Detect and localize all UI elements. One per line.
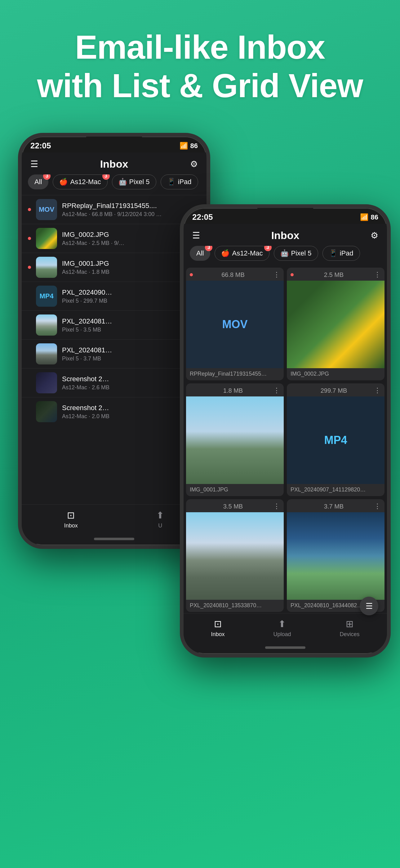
grid-header-4: 3.5 MB ⋮ [186,499,284,512]
grid-more-5[interactable]: ⋮ [374,502,381,510]
grid-more-0[interactable]: ⋮ [273,271,280,279]
bottom-tab-bar-back: ⊡ Inbox ⬆ U [22,504,206,538]
hero-title: Email-like Inbox with List & Grid View [0,28,400,105]
tab-as12-back[interactable]: 🍎 As12-Mac 3 [53,175,107,189]
item-thumb-5 [36,343,57,365]
grid-item-3[interactable]: 299.7 MB ⋮ MP4 PXL_20240907_141129820… [287,383,385,496]
tab-ipad-label-front: iPad [340,249,354,257]
tab-pixel-back[interactable]: 🤖 Pixel 5 [112,175,156,189]
item-meta-0: As12-Mac · 66.8 MB · 9/12/2024 3:00 … [62,211,189,218]
tab-as12-front[interactable]: 🍎 As12-Mac 3 [214,246,269,261]
tab-pixel-label-back: Pixel 5 [129,178,150,186]
tab-all-front[interactable]: All 3 [190,246,210,261]
gear-icon-back[interactable]: ⚙ [190,159,198,169]
item-info-6: Screenshot 2… As12-Mac · 2.6 MB [62,375,189,391]
tab-as12-badge-back: 3 [102,175,110,180]
status-icons-back: 📶 86 [179,142,198,150]
inbox-icon-front: ⊡ [214,618,222,629]
gear-icon-front[interactable]: ⚙ [371,230,378,241]
tab-devices-front[interactable]: ⊞ Devices [339,618,359,638]
grid-thumb-0: MOV [186,281,284,368]
item-name-6: Screenshot 2… [62,375,189,383]
grid-size-5: 3.7 MB [324,503,343,510]
grid-item-5[interactable]: 3.7 MB ⋮ PXL_20240810_16344082… [287,499,385,612]
tab-as12-badge-front: 3 [264,246,272,251]
item-name-5: PXL_2024081… [62,346,189,354]
grid-more-3[interactable]: ⋮ [374,386,381,395]
item-thumb-4 [36,314,57,336]
grid-item-1[interactable]: 2.5 MB ⋮ IMG_0002.JPG [287,268,385,380]
grid-size-1: 2.5 MB [324,271,343,278]
grid-item-0[interactable]: 66.8 MB ⋮ MOV RPReplay_Final1719315455… [186,268,284,380]
tab-ipad-icon-front: 📱 [329,249,337,257]
menu-icon-front[interactable]: ☰ [192,230,200,241]
grid-header-2: 1.8 MB ⋮ [186,383,284,397]
list-item-1[interactable]: IMG_0002.JPG As12-Mac · 2.5 MB · 9/… ··· [22,224,206,253]
tab-inbox-back[interactable]: ⊡ Inbox [64,510,78,529]
upload-icon-back: ⬆ [156,510,164,521]
home-indicator-back [94,538,134,540]
tab-all-label-back: All [34,178,42,186]
item-meta-4: Pixel 5 · 3.5 MB [62,327,189,333]
tab-upload-back[interactable]: ⬆ U [156,510,164,529]
list-item-3[interactable]: MP4 PXL_2024090… Pixel 5 · 299.7 MB ··· [22,282,206,310]
tab-inbox-front[interactable]: ⊡ Inbox [211,618,225,638]
list-item-6[interactable]: Screenshot 2… As12-Mac · 2.6 MB ··· [22,368,206,397]
tab-all-badge-back: 3 [43,175,51,180]
phone-front: 22:05 📶 86 ☰ Inbox ⚙ All 3 🍎 [180,204,391,657]
list-item-7[interactable]: Screenshot 2… As12-Mac · 2.0 MB ··· [22,397,206,426]
status-icons-front: 📶 86 [360,213,378,221]
item-meta-5: Pixel 5 · 3.7 MB [62,355,189,362]
tab-all-badge-front: 3 [205,246,212,251]
notch-back [86,136,142,148]
fab-list-button[interactable]: ☰ [360,597,378,615]
grid-more-1[interactable]: ⋮ [374,271,381,279]
item-info-7: Screenshot 2… As12-Mac · 2.0 MB [62,404,189,420]
tab-ipad-icon-back: 📱 [167,178,175,186]
grid-more-2[interactable]: ⋮ [273,386,280,395]
item-meta-2: As12-Mac · 1.8 MB [62,269,189,275]
tab-pixel-front[interactable]: 🤖 Pixel 5 [274,246,318,261]
inbox-icon-back: ⊡ [67,510,75,521]
item-meta-7: As12-Mac · 2.0 MB [62,413,189,420]
devices-icon-front: ⊞ [346,618,354,629]
inbox-label-front: Inbox [211,631,225,638]
tab-ipad-front[interactable]: 📱 iPad [323,246,360,261]
list-item-5[interactable]: PXL_2024081… Pixel 5 · 3.7 MB ··· [22,339,206,368]
grid-thumb-1 [287,281,385,368]
tab-ipad-label-back: iPad [178,178,192,186]
wifi-icon-front: 📶 [360,213,368,221]
home-indicator-front [265,646,305,649]
grid-dot-0 [190,273,193,276]
upload-label-back: U [158,523,162,529]
unread-dot-0 [28,208,31,211]
tab-ipad-back[interactable]: 📱 iPad [161,175,198,189]
list-item-4[interactable]: PXL_2024081… Pixel 5 · 3.5 MB ··· [22,310,206,339]
battery-front: 86 [371,213,378,221]
item-name-7: Screenshot 2… [62,404,189,412]
grid-thumb-3: MP4 [287,397,385,484]
app-title-front: Inbox [271,229,300,242]
bottom-tab-bar-front: ⊡ Inbox ⬆ Upload ⊞ Devices [184,613,387,646]
tab-pixel-icon-front: 🤖 [280,249,289,257]
item-thumb-7 [36,401,57,422]
item-thumb-2 [36,257,57,278]
grid-more-4[interactable]: ⋮ [273,502,280,510]
grid-item-2[interactable]: 1.8 MB ⋮ IMG_0001.JPG [186,383,284,496]
tab-all-back[interactable]: All 3 [28,175,48,189]
item-name-4: PXL_2024081… [62,317,189,326]
tab-as12-label-front: As12-Mac [232,249,263,257]
grid-header-0: 66.8 MB ⋮ [186,268,284,281]
grid-header-3: 299.7 MB ⋮ [287,383,385,397]
list-item-2[interactable]: IMG_0001.JPG As12-Mac · 1.8 MB ··· [22,253,206,282]
tab-upload-front[interactable]: ⬆ Upload [273,618,291,638]
notch-front [257,208,313,219]
grid-header-1: 2.5 MB ⋮ [287,268,385,281]
tab-pixel-label-front: Pixel 5 [291,249,312,257]
menu-icon-back[interactable]: ☰ [30,159,38,169]
grid-size-4: 3.5 MB [223,503,243,510]
grid-item-4[interactable]: 3.5 MB ⋮ PXL_20240810_13533870… [186,499,284,612]
grid-size-3: 299.7 MB [321,387,347,394]
grid-filename-4: PXL_20240810_13533870… [186,600,284,612]
list-item-0[interactable]: MOV RPReplay_Final1719315455.... As12-Ma… [22,195,206,224]
